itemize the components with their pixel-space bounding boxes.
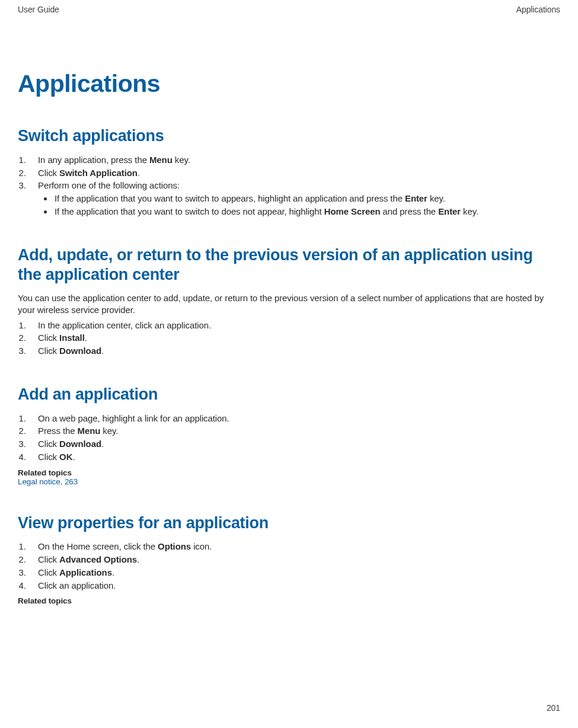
list-item: Click Download. bbox=[28, 438, 560, 451]
appcenter-steps: In the application center, click an appl… bbox=[18, 319, 560, 357]
list-item: In the application center, click an appl… bbox=[28, 319, 560, 332]
list-item: Click Applications. bbox=[28, 566, 560, 579]
page-title: Applications bbox=[18, 70, 560, 98]
viewprops-steps: On the Home screen, click the Options ic… bbox=[18, 540, 560, 592]
list-item: If the application that you want to swit… bbox=[53, 205, 560, 218]
list-item: Click OK. bbox=[28, 451, 560, 464]
list-item: In any application, press the Menu key. bbox=[28, 154, 560, 167]
switch-steps: In any application, press the Menu key. … bbox=[18, 154, 560, 218]
list-item: Click an application. bbox=[28, 579, 560, 592]
addapp-steps: On a web page, highlight a link for an a… bbox=[18, 412, 560, 464]
related-topics-label: Related topics bbox=[18, 596, 560, 605]
header-right: Applications bbox=[516, 5, 560, 14]
heading-add-application: Add an application bbox=[18, 385, 560, 405]
list-item: If the application that you want to swit… bbox=[53, 192, 560, 205]
appcenter-intro: You can use the application center to ad… bbox=[18, 292, 560, 317]
heading-app-center: Add, update, or return to the previous v… bbox=[18, 245, 560, 286]
list-item: On the Home screen, click the Options ic… bbox=[28, 540, 560, 553]
heading-view-properties: View properties for an application bbox=[18, 513, 560, 534]
list-item: Click Advanced Options. bbox=[28, 553, 560, 566]
list-item: Perform one of the following actions: If… bbox=[28, 179, 560, 218]
related-link-legal-notice[interactable]: Legal notice, 263 bbox=[18, 477, 560, 486]
page-number: 201 bbox=[547, 703, 560, 713]
list-item: On a web page, highlight a link for an a… bbox=[28, 412, 560, 425]
list-item: Click Install. bbox=[28, 331, 560, 344]
related-topics-label: Related topics bbox=[18, 468, 560, 477]
switch-sublist: If the application that you want to swit… bbox=[38, 192, 560, 218]
list-item: Press the Menu key. bbox=[28, 424, 560, 438]
heading-switch-applications: Switch applications bbox=[18, 126, 560, 146]
list-item: Click Download. bbox=[28, 344, 560, 357]
page-header: User Guide Applications bbox=[18, 5, 560, 14]
list-item: Click Switch Application. bbox=[28, 167, 560, 180]
header-left: User Guide bbox=[18, 5, 59, 14]
